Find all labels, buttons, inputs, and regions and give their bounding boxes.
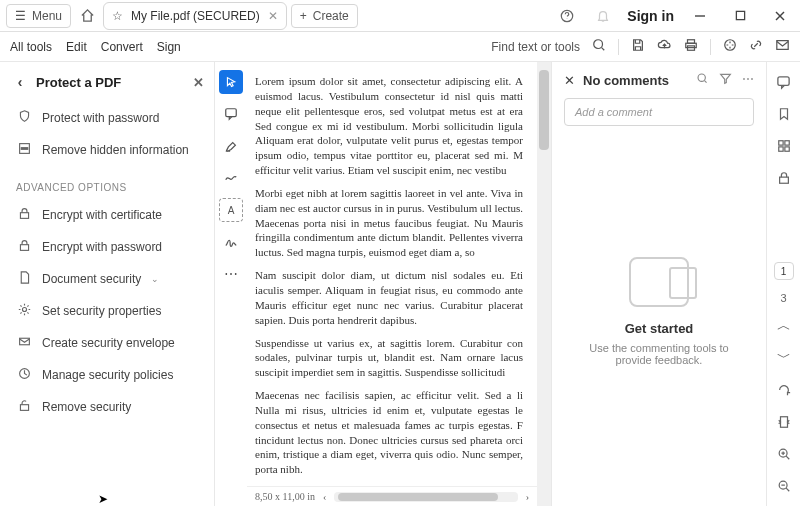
- zoom-out-icon[interactable]: [774, 476, 794, 496]
- page-number-current[interactable]: 1: [774, 262, 794, 280]
- svg-rect-23: [778, 76, 789, 84]
- comment-tool-icon[interactable]: [219, 102, 243, 126]
- document-security[interactable]: Document security ⌄: [0, 263, 214, 295]
- close-comments-icon[interactable]: ✕: [564, 73, 575, 88]
- create-button[interactable]: + Create: [291, 4, 358, 28]
- thumbnails-icon[interactable]: [774, 136, 794, 156]
- menu-button[interactable]: ☰ Menu: [6, 4, 71, 28]
- svg-point-5: [594, 40, 603, 49]
- back-icon[interactable]: ‹: [10, 74, 30, 90]
- close-window-icon[interactable]: [766, 4, 794, 28]
- svg-rect-17: [19, 338, 29, 345]
- titlebar: ☰ Menu ☆ My File.pdf (SECURED) ✕ + Creat…: [0, 0, 800, 32]
- item-label: Remove security: [42, 400, 131, 414]
- minimize-icon[interactable]: [686, 4, 714, 28]
- svg-line-31: [786, 456, 789, 459]
- bookmark-icon[interactable]: [774, 104, 794, 124]
- cloud-icon[interactable]: [657, 38, 672, 55]
- svg-rect-29: [780, 417, 787, 428]
- page-up-icon[interactable]: ︿: [774, 316, 794, 336]
- encrypt-with-certificate[interactable]: Encrypt with certificate: [0, 199, 214, 231]
- paragraph: Morbi eget nibh at lorem sagittis laoree…: [255, 186, 523, 260]
- shield-icon: [16, 110, 32, 126]
- sign-tool-icon[interactable]: [219, 230, 243, 254]
- comments-title: No comments: [583, 73, 669, 88]
- edit-link[interactable]: Edit: [66, 40, 87, 54]
- security-rail-icon[interactable]: [774, 168, 794, 188]
- page-down-icon[interactable]: ﹀: [774, 348, 794, 368]
- manage-security-policies[interactable]: Manage security policies: [0, 359, 214, 391]
- get-started-desc: Use the commenting tools to provide feed…: [574, 342, 744, 366]
- mail-icon[interactable]: [775, 38, 790, 55]
- annotation-tools: A ⋯: [215, 62, 247, 506]
- horizontal-scrollbar[interactable]: [334, 492, 517, 502]
- item-label: Encrypt with certificate: [42, 208, 162, 222]
- svg-rect-13: [21, 148, 28, 150]
- page-number-total: 3: [780, 292, 786, 304]
- rotate-icon[interactable]: [774, 380, 794, 400]
- maximize-icon[interactable]: [726, 4, 754, 28]
- content-area: ‹ Protect a PDF ✕ Protect with password …: [0, 62, 800, 506]
- svg-rect-25: [784, 141, 788, 145]
- unlock-icon: [16, 399, 32, 415]
- convert-link[interactable]: Convert: [101, 40, 143, 54]
- link-icon[interactable]: [749, 38, 763, 55]
- main-toolbar: All tools Edit Convert Sign Find text or…: [0, 32, 800, 62]
- chat-icon[interactable]: [774, 72, 794, 92]
- create-security-envelope[interactable]: Create security envelope: [0, 327, 214, 359]
- svg-line-22: [705, 81, 707, 83]
- select-tool-icon[interactable]: [219, 70, 243, 94]
- sign-in-link[interactable]: Sign in: [627, 8, 674, 24]
- svg-rect-26: [778, 147, 782, 151]
- sign-link[interactable]: Sign: [157, 40, 181, 54]
- document-tab[interactable]: ☆ My File.pdf (SECURED) ✕: [103, 2, 287, 30]
- chevron-icon: ⌄: [151, 274, 159, 284]
- svg-point-16: [22, 307, 26, 311]
- search-comments-icon[interactable]: [696, 72, 709, 88]
- all-tools-link[interactable]: All tools: [10, 40, 52, 54]
- zoom-in-icon[interactable]: [774, 444, 794, 464]
- remove-hidden-information[interactable]: Remove hidden information: [0, 134, 214, 166]
- chevron-left-icon[interactable]: ‹: [323, 490, 326, 504]
- comments-placeholder-icon: [629, 257, 689, 307]
- item-label: Manage security policies: [42, 368, 173, 382]
- svg-line-6: [602, 48, 605, 51]
- paragraph: Lorem ipsum dolor sit amet, consectetur …: [255, 74, 523, 178]
- status-bar: 8,50 x 11,00 in ‹ ›: [247, 486, 537, 506]
- panel-close-icon[interactable]: ✕: [193, 75, 204, 90]
- save-icon[interactable]: [631, 38, 645, 55]
- textbox-tool-icon[interactable]: A: [219, 198, 243, 222]
- fit-page-icon[interactable]: [774, 412, 794, 432]
- paragraph: Suspendisse ut varius ex, at sagittis lo…: [255, 336, 523, 381]
- ai-icon[interactable]: [723, 38, 737, 55]
- divider: [618, 39, 619, 55]
- add-comment-input[interactable]: Add a comment: [564, 98, 754, 126]
- more-icon[interactable]: ⋯: [742, 72, 754, 88]
- home-icon[interactable]: [75, 4, 99, 28]
- chevron-right-icon[interactable]: ›: [526, 490, 529, 504]
- mouse-cursor-icon: ➤: [98, 492, 108, 506]
- svg-rect-19: [20, 405, 28, 411]
- print-icon[interactable]: [684, 38, 698, 55]
- svg-rect-28: [779, 177, 788, 183]
- highlight-tool-icon[interactable]: [219, 134, 243, 158]
- remove-security[interactable]: Remove security: [0, 391, 214, 423]
- filter-icon[interactable]: [719, 72, 732, 88]
- item-label: Set security properties: [42, 304, 161, 318]
- set-security-properties[interactable]: Set security properties: [0, 295, 214, 327]
- vertical-scrollbar[interactable]: [537, 62, 551, 506]
- right-rail: 1 3 ︿ ﹀: [766, 62, 800, 506]
- encrypt-with-password[interactable]: Encrypt with password: [0, 231, 214, 263]
- tab-close-icon[interactable]: ✕: [268, 9, 278, 23]
- item-label: Remove hidden information: [42, 143, 189, 157]
- comments-panel: ✕ No comments ⋯ Add a comment Get starte…: [551, 62, 766, 506]
- advanced-options-header: ADVANCED OPTIONS: [0, 166, 214, 199]
- document-area: A ⋯ Lorem ipsum dolor sit amet, consecte…: [215, 62, 551, 506]
- help-icon[interactable]: [555, 4, 579, 28]
- draw-tool-icon[interactable]: [219, 166, 243, 190]
- bell-icon[interactable]: [591, 4, 615, 28]
- lock-icon: [16, 239, 32, 255]
- more-tools-icon[interactable]: ⋯: [219, 262, 243, 286]
- protect-with-password[interactable]: Protect with password: [0, 102, 214, 134]
- search-icon[interactable]: [592, 38, 606, 55]
